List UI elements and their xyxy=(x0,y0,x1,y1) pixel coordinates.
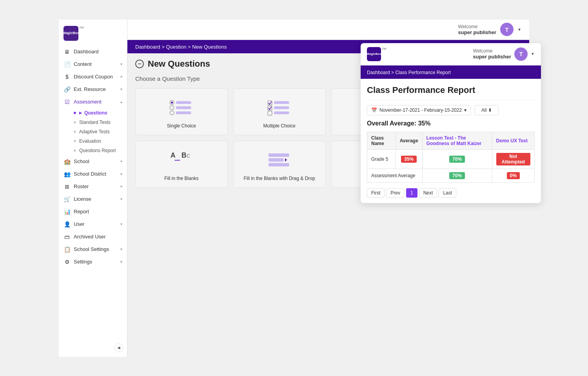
row2-assessment-avg: Assessment Average xyxy=(367,169,423,182)
panel-title-area: Class Performance Report xyxy=(361,79,541,100)
sidebar-item-assessment[interactable]: ☑ Assessment ▴ xyxy=(59,96,127,108)
group-icon: 👥 xyxy=(64,171,71,178)
question-type-single-choice[interactable]: Single Choice xyxy=(135,88,228,135)
table-row: Assessment Average 70% 0% xyxy=(367,169,535,182)
sidebar-item-dashboard[interactable]: 🖥 Dashboard xyxy=(59,45,127,58)
multiple-choice-label: Multiple Choice xyxy=(263,123,296,129)
sidebar-item-evaluation[interactable]: Evaluation xyxy=(59,136,127,146)
fill-blanks-drag-icon xyxy=(238,147,321,172)
link-icon: 🔗 xyxy=(64,86,71,93)
pagination-next[interactable]: Next xyxy=(419,188,437,198)
fill-blanks-icon: A B C xyxy=(140,147,223,172)
row2-demo-test: 0% xyxy=(492,169,534,182)
sidebar-item-roster[interactable]: ⊞ Roster ▾ xyxy=(59,180,127,193)
sidebar-item-user[interactable]: 👤 User ▾ xyxy=(59,218,127,231)
page-title-area: − New Questions xyxy=(135,59,210,69)
question-type-multiple-choice[interactable]: Multiple Choice xyxy=(233,88,326,135)
sidebar-item-school-district[interactable]: 👥 School District ▾ xyxy=(59,168,127,180)
logo-area: Magic Box TM xyxy=(59,23,127,45)
svg-rect-28 xyxy=(269,163,289,167)
sidebar-item-content[interactable]: 📄 Content ▾ xyxy=(59,58,127,71)
avatar: T xyxy=(500,23,514,36)
svg-point-5 xyxy=(170,111,174,115)
svg-rect-8 xyxy=(274,101,289,104)
svg-text:A: A xyxy=(171,151,176,159)
svg-rect-12 xyxy=(274,111,289,114)
panel-title: Class Performance Report xyxy=(367,85,535,95)
svg-rect-6 xyxy=(176,111,191,114)
date-range-filter[interactable]: 📅 November-17-2021 - February-15-2022 ▾ xyxy=(367,105,471,115)
chevron-down-icon: ▾ xyxy=(120,172,122,176)
grid-icon: ⊞ xyxy=(64,183,71,190)
all-filter[interactable]: All ⬍ xyxy=(475,105,499,115)
breadcrumb: Dashboard > Question > New Questions xyxy=(135,44,227,50)
sidebar-item-school-settings[interactable]: 📋 School Settings ▾ xyxy=(59,243,127,256)
sidebar-collapse-button[interactable]: ◀ xyxy=(114,343,123,352)
sidebar-item-discount[interactable]: $ Discount Coupon ▾ xyxy=(59,71,127,83)
person-icon: 👤 xyxy=(64,221,71,228)
topbar: Welcome super publisher T ▼ xyxy=(127,20,529,40)
row1-class-name[interactable]: Grade 5 xyxy=(367,149,396,169)
multiple-choice-icon xyxy=(238,95,321,119)
svg-rect-2 xyxy=(176,101,191,104)
overall-average: Overall Average: 35% xyxy=(361,120,541,132)
sidebar-item-report[interactable]: 📊 Report xyxy=(59,205,127,218)
dollar-icon: $ xyxy=(64,73,71,80)
archive-icon: 🗃 xyxy=(64,233,71,240)
sidebar-item-settings[interactable]: ⚙ Settings ▾ xyxy=(59,256,127,268)
th-demo-test: Demo UX Test xyxy=(492,132,534,149)
svg-point-1 xyxy=(171,102,173,104)
chevron-down-icon: ▾ xyxy=(120,197,122,201)
gear-icon: ⚙ xyxy=(64,258,71,265)
building-icon: 🏫 xyxy=(64,158,71,165)
svg-rect-4 xyxy=(176,106,191,109)
question-type-fill-blanks-drag[interactable]: Fill in the Blanks with Drag & Drop xyxy=(233,141,326,188)
sidebar-item-adaptive-tests[interactable]: Adaptive Tests xyxy=(59,127,127,136)
single-choice-label: Single Choice xyxy=(167,123,196,129)
svg-text:C: C xyxy=(187,153,190,159)
pagination-prev[interactable]: Prev xyxy=(386,188,405,198)
panel-breadcrumb-bar: Dashboard > Class Performance Report xyxy=(361,65,541,79)
th-average: Average xyxy=(396,132,422,149)
sidebar-item-school[interactable]: 🏫 School ▾ xyxy=(59,155,127,168)
row1-demo-test: Not Attempted xyxy=(492,149,534,169)
fill-blanks-drag-label: Fill in the Blanks with Drag & Drop xyxy=(244,176,315,181)
user-dropdown-arrow[interactable]: ▼ xyxy=(517,27,521,32)
bar-chart-icon: 📊 xyxy=(64,208,71,215)
panel-filters: 📅 November-17-2021 - February-15-2022 ▾ … xyxy=(361,100,541,120)
pagination-current[interactable]: 1 xyxy=(406,188,417,198)
sidebar-item-ext-resource[interactable]: 🔗 Ext. Resource ▾ xyxy=(59,83,127,96)
sidebar-item-license[interactable]: 🛒 License ▾ xyxy=(59,193,127,205)
chevron-down-icon: ▾ xyxy=(120,159,122,163)
all-filter-arrow: ⬍ xyxy=(488,107,492,113)
panel-user-info: Welcome super publisher T ▼ xyxy=(473,47,535,61)
sidebar-item-questions[interactable]: ▶ Questions xyxy=(59,108,127,118)
svg-point-3 xyxy=(170,105,174,110)
panel-user-dropdown[interactable]: ▼ xyxy=(531,52,535,56)
chevron-down-icon: ▾ xyxy=(120,62,122,66)
check-icon: ☑ xyxy=(64,98,71,105)
sidebar: Magic Box TM 🖥 Dashboard 📄 Content ▾ $ D… xyxy=(59,20,127,357)
sidebar-item-archived-user[interactable]: 🗃 Archived User xyxy=(59,231,127,243)
collapse-section-icon[interactable]: − xyxy=(135,60,144,68)
row2-lesson-test: 70% xyxy=(422,169,492,182)
user-info: Welcome super publisher T ▼ xyxy=(458,23,521,36)
copy-icon: 📋 xyxy=(64,246,71,253)
th-class-name: Class Name xyxy=(367,132,396,149)
panel-logo: Magic Box xyxy=(367,47,381,61)
row1-lesson-test: 70% xyxy=(422,149,492,169)
svg-rect-27 xyxy=(269,158,284,162)
pagination-first[interactable]: First xyxy=(367,188,385,198)
table-row: Grade 5 35% 70% Not Attempted xyxy=(367,149,535,169)
fill-blanks-label: Fill in the Blanks xyxy=(164,176,198,181)
panel-topbar: Magic Box TM Welcome super publisher T ▼ xyxy=(361,43,541,65)
svg-text:B: B xyxy=(181,151,187,159)
class-performance-panel: Magic Box TM Welcome super publisher T ▼… xyxy=(361,43,541,203)
file-icon: 📄 xyxy=(64,61,71,68)
sidebar-item-questions-report[interactable]: Questions Report xyxy=(59,146,127,155)
question-type-fill-blanks[interactable]: A B C Fill in the Blanks xyxy=(135,141,228,188)
chevron-down-icon: ▾ xyxy=(120,260,122,264)
pagination-last[interactable]: Last xyxy=(439,188,456,198)
pagination: First Prev 1 Next Last xyxy=(361,183,541,203)
sidebar-item-standard-tests[interactable]: Standard Tests xyxy=(59,118,127,127)
